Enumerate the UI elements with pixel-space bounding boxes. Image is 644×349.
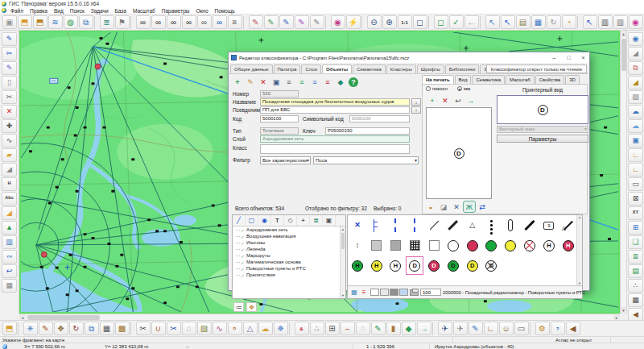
circle-white-D-symbol[interactable]: D [405, 256, 424, 276]
triangle-symbol[interactable]: △ [463, 215, 482, 235]
crop-map-icon[interactable]: ✂ [2, 90, 17, 104]
tree-item-Аэродромная сеть[interactable]: ✓Аэродромная сеть [233, 226, 340, 233]
smooth-icon[interactable]: ∿ [213, 322, 227, 335]
help-icon[interactable]: ? [349, 77, 358, 87]
copy-object-icon[interactable]: ⧉ [85, 322, 99, 335]
node-edit-icon[interactable]: ⚬ [228, 322, 242, 335]
scroll-down-icon[interactable]: ▾ [341, 293, 345, 298]
cut-line-icon[interactable]: ✂ [136, 322, 151, 335]
menu-База[interactable]: База [112, 8, 130, 14]
ruler-icon[interactable]: ∟ [628, 148, 643, 162]
list-delete-icon[interactable]: ≡ [321, 77, 334, 89]
cross-tool-icon[interactable]: ✕ [450, 201, 463, 213]
check-icon[interactable]: ✓ [241, 260, 245, 265]
turn-icon[interactable]: ∟ [484, 322, 498, 335]
alias-field[interactable]: ПП для БВС [260, 106, 410, 114]
transparency-icon[interactable]: ▧ [628, 90, 643, 104]
box-9-symbol[interactable]: 9 [539, 215, 559, 235]
symbol-scrollbar[interactable]: ▴ ▾ [576, 215, 582, 285]
next-sign-icon[interactable]: → [464, 94, 477, 106]
circle-yellow-D-symbol[interactable]: D [463, 256, 482, 276]
circle-yellow-symbol[interactable] [501, 235, 520, 256]
dots-symbol[interactable] [482, 215, 502, 235]
grid-icon[interactable]: ▦ [100, 322, 114, 335]
palette-icon[interactable]: ❖ [246, 302, 257, 312]
copy-map-icon[interactable]: ⧉ [79, 15, 93, 29]
lightning-icon[interactable]: ⚡ [346, 15, 361, 29]
search-area-icon[interactable]: ∞ [151, 15, 166, 29]
tree-item-Легенда[interactable]: ✓Легенда [233, 246, 340, 252]
copy-fragment-icon[interactable]: ⧉ [628, 61, 643, 75]
gear-icon[interactable]: ⚙ [535, 322, 550, 335]
object-list-icon[interactable]: ≡ [228, 15, 242, 29]
scroll-up-icon[interactable]: ▴ [621, 31, 626, 37]
list-move-icon[interactable]: ≡ [308, 77, 321, 89]
refresh-icon[interactable]: ↻ [547, 15, 561, 29]
people-icon[interactable]: ☺ [499, 322, 514, 335]
filter-kind-select[interactable]: Все характеристики [260, 156, 311, 164]
select-add-icon[interactable]: ✎ [279, 15, 294, 29]
save-icon[interactable]: ▣ [270, 77, 283, 89]
alias-up-button[interactable]: ↑ [411, 106, 421, 114]
pencil-green-icon[interactable]: ✎ [371, 322, 386, 335]
fill-icon[interactable]: ◒ [424, 201, 437, 213]
layers-icon[interactable]: ≣ [100, 15, 114, 29]
list-view-icon[interactable]: ≡ [359, 288, 369, 297]
add-sign-icon[interactable]: + [426, 94, 439, 106]
capsule-symbol[interactable] [501, 215, 520, 235]
new-map-icon[interactable]: ▣ [2, 15, 17, 29]
tab-На печать[interactable]: На печать [422, 75, 454, 84]
menu-Вид[interactable]: Вид [51, 8, 67, 14]
search-any-icon[interactable]: ∞ [197, 15, 212, 29]
create-object-icon[interactable]: ✳ [23, 322, 38, 335]
mirror-icon[interactable]: Ж [463, 201, 476, 213]
help-book-icon[interactable]: ? [551, 322, 565, 335]
circle-red-D-symbol[interactable]: D [424, 256, 444, 276]
parameters-button[interactable]: Параметры [497, 135, 588, 143]
check-icon[interactable]: ✓ [241, 234, 245, 239]
monitor-icon[interactable]: ▭ [514, 322, 529, 335]
delete-sign-icon[interactable]: ✕ [439, 94, 452, 106]
open-database-icon[interactable]: ⬒ [33, 15, 47, 29]
pencil-cut-icon[interactable]: ✂ [2, 47, 17, 60]
dash-line2-symbol[interactable] [405, 215, 424, 235]
layers-icon[interactable]: ◆ [334, 77, 347, 89]
sign-edit-area[interactable]: D [426, 107, 492, 199]
cloud2-icon[interactable]: ☁ [628, 119, 643, 133]
check-icon[interactable]: ✓ [241, 240, 245, 246]
cloud-tool-icon[interactable]: ☁ [258, 322, 273, 335]
list-icon[interactable]: ≡ [283, 77, 295, 89]
check-icon[interactable]: ✓ [241, 266, 245, 272]
rotate-object-icon[interactable]: ↻ [69, 322, 84, 335]
apply-icon[interactable]: ✓ [449, 15, 464, 29]
save-copy-icon[interactable]: ⬒ [2, 322, 17, 335]
swatch-#8f8f8f[interactable] [390, 289, 398, 296]
layer-field[interactable]: Аэродромная сеть [260, 135, 410, 143]
scheme-sign-icon[interactable]: ▣ [323, 215, 336, 226]
tab-Объекты[interactable]: Объекты [322, 64, 352, 73]
select-favorites-icon[interactable]: ✎ [295, 15, 309, 29]
relief-icon[interactable]: ▲ [2, 221, 17, 235]
tree-item-Поворотные пункты и РТС[interactable]: ✓Поворотные пункты и РТС [233, 265, 340, 272]
undo-map-icon[interactable]: ↩ [2, 264, 17, 278]
swatch-#ffffff[interactable] [370, 289, 379, 296]
tab-Масштаб[interactable]: Масштаб [506, 75, 535, 84]
site-marker-icon[interactable]: ⚑ [115, 15, 130, 29]
select-check-icon[interactable]: ✎ [264, 15, 279, 29]
move-object-icon[interactable]: ❖ [54, 322, 68, 335]
mm-radio[interactable]: мм [457, 86, 470, 91]
hatch-icon[interactable]: ◪ [437, 201, 450, 213]
graph-sign-icon[interactable]: ≣ [310, 215, 323, 226]
print-setup-icon[interactable]: ▥ [613, 15, 628, 29]
thick-line-symbol[interactable] [444, 215, 463, 235]
list-edit-icon[interactable]: ≔ [233, 302, 244, 312]
ampersand-icon[interactable]: & [295, 322, 309, 335]
pencil-question-icon[interactable]: ✎ [2, 61, 17, 75]
shield-icon[interactable]: ◆ [402, 322, 416, 335]
cursor-icon[interactable]: ↖ [583, 15, 597, 29]
edit-object-icon[interactable]: ✎ [244, 77, 257, 89]
map-vertical-scrollbar[interactable]: ▴ ▾ [620, 31, 626, 314]
vector-sign-icon[interactable]: ◇ [284, 215, 297, 226]
circle-green-D-symbol[interactable]: D [444, 256, 463, 276]
cloud-icon[interactable]: ☁ [628, 105, 643, 118]
